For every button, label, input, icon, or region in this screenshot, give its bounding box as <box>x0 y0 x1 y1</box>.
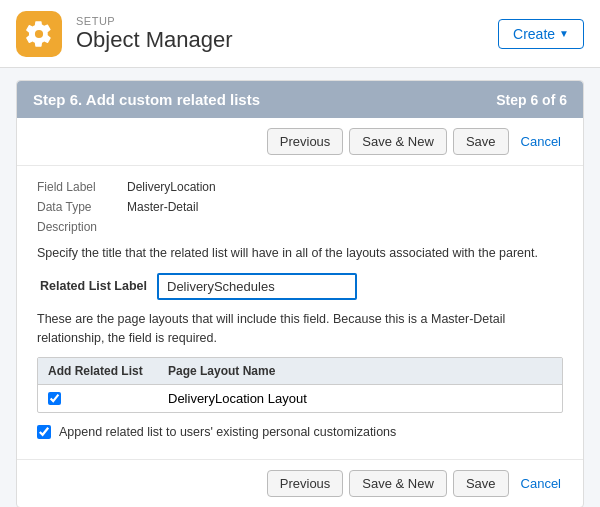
header-text: SETUP Object Manager <box>76 15 233 53</box>
header-left: SETUP Object Manager <box>16 11 233 57</box>
top-cancel-button[interactable]: Cancel <box>515 129 567 154</box>
header: SETUP Object Manager Create ▼ <box>0 0 600 68</box>
top-save-button[interactable]: Save <box>453 128 509 155</box>
gear-icon <box>16 11 62 57</box>
description-row: Description <box>37 220 563 234</box>
layout-checkbox[interactable] <box>48 392 61 405</box>
related-list-input[interactable] <box>157 273 357 300</box>
field-label-key: Field Label <box>37 180 127 194</box>
layout-name: DeliveryLocation Layout <box>168 391 552 406</box>
data-type-key: Data Type <box>37 200 127 214</box>
create-arrow: ▼ <box>559 28 569 39</box>
bottom-cancel-button[interactable]: Cancel <box>515 471 567 496</box>
col-add-header: Add Related List <box>48 364 168 378</box>
append-checkbox[interactable] <box>37 425 51 439</box>
bottom-previous-button[interactable]: Previous <box>267 470 344 497</box>
data-type-value: Master-Detail <box>127 200 198 214</box>
field-label-value: DeliveryLocation <box>127 180 216 194</box>
bottom-toolbar: Previous Save & New Save Cancel <box>17 459 583 507</box>
col-layout-header: Page Layout Name <box>168 364 552 378</box>
table-row: DeliveryLocation Layout <box>38 385 562 412</box>
step-card: Step 6. Add custom related lists Step 6 … <box>16 80 584 507</box>
related-list-row: Related List Label <box>37 273 563 300</box>
top-toolbar: Previous Save & New Save Cancel <box>17 118 583 166</box>
related-list-table: Add Related List Page Layout Name Delive… <box>37 357 563 413</box>
append-label: Append related list to users' existing p… <box>59 425 396 439</box>
bottom-save-new-button[interactable]: Save & New <box>349 470 447 497</box>
bottom-save-button[interactable]: Save <box>453 470 509 497</box>
step-count: Step 6 of 6 <box>496 92 567 108</box>
description-text: Specify the title that the related list … <box>37 244 563 263</box>
step-header: Step 6. Add custom related lists Step 6 … <box>17 81 583 118</box>
data-type-row: Data Type Master-Detail <box>37 200 563 214</box>
note-text: These are the page layouts that will inc… <box>37 310 563 348</box>
app-title: Object Manager <box>76 27 233 53</box>
related-list-label: Related List Label <box>37 279 147 293</box>
append-row: Append related list to users' existing p… <box>37 425 563 439</box>
top-save-new-button[interactable]: Save & New <box>349 128 447 155</box>
create-button[interactable]: Create ▼ <box>498 19 584 49</box>
description-key: Description <box>37 220 127 234</box>
step-title: Step 6. Add custom related lists <box>33 91 260 108</box>
info-section: Field Label DeliveryLocation Data Type M… <box>17 166 583 459</box>
field-label-row: Field Label DeliveryLocation <box>37 180 563 194</box>
setup-label: SETUP <box>76 15 233 27</box>
top-previous-button[interactable]: Previous <box>267 128 344 155</box>
main-content: Step 6. Add custom related lists Step 6 … <box>0 68 600 507</box>
table-header: Add Related List Page Layout Name <box>38 358 562 385</box>
